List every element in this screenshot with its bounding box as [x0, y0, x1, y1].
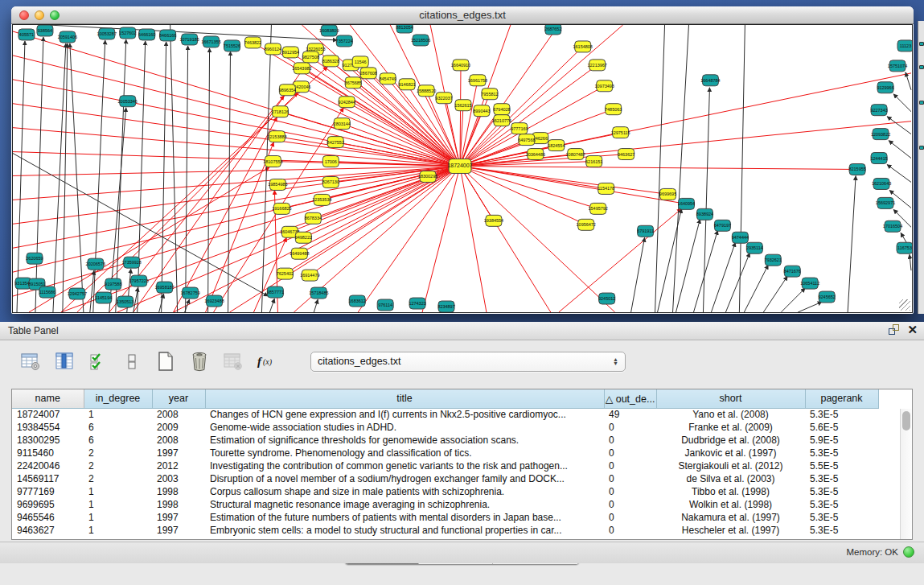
table-cell[interactable]: 1998 — [152, 485, 205, 498]
table-cell[interactable]: 1 — [84, 408, 152, 421]
table-cell[interactable]: 5.3E-5 — [805, 472, 878, 485]
graph-node[interactable]: 16543982 — [292, 63, 311, 74]
table-cell[interactable]: Nakamura et al. (1997) — [656, 511, 805, 524]
graph-node[interactable]: 11546 — [352, 56, 368, 68]
graph-node[interactable]: 11123 — [897, 40, 912, 51]
table-cell[interactable]: 49 — [604, 408, 656, 421]
table-cell[interactable]: 1 — [84, 498, 152, 511]
graph-node[interactable]: 1115686 — [39, 286, 55, 298]
graph-node[interactable]: 8990443 — [473, 105, 490, 117]
graph-node[interactable]: 16923488 — [204, 295, 224, 307]
graph-node[interactable]: 17359928 — [122, 257, 142, 268]
window-resize-grip[interactable] — [899, 299, 910, 311]
graph-node[interactable]: 7932621 — [765, 254, 782, 266]
table-cell[interactable]: 1 — [84, 511, 152, 524]
graph-node[interactable]: 16499488 — [290, 248, 309, 259]
graph-node[interactable]: 8186328 — [322, 56, 339, 67]
graph-node[interactable]: 6216151 — [585, 156, 602, 167]
select-all-button[interactable] — [87, 350, 109, 373]
graph-node[interactable]: 18300295 — [418, 171, 437, 182]
graph-node[interactable]: 8454749 — [380, 73, 396, 84]
graph-node[interactable]: 17016504 — [883, 220, 902, 232]
new-table-button[interactable] — [154, 350, 177, 373]
table-cell[interactable]: 9465546 — [12, 511, 84, 524]
graph-node[interactable]: 1640954 — [678, 198, 695, 209]
graph-node[interactable]: 8215955 — [848, 164, 865, 175]
table-cell[interactable]: Wolkin et al. (1998) — [656, 498, 805, 511]
table-cell[interactable]: Changes of HCN gene expression and I(f) … — [205, 408, 604, 421]
graph-node[interactable]: 20591406 — [58, 31, 77, 43]
table-cell[interactable]: 0 — [604, 434, 656, 447]
graph-node[interactable]: 10654112 — [800, 278, 819, 289]
graph-node[interactable]: 6497568 — [518, 134, 535, 146]
table-cell[interactable]: Estimation of the future numbers of pati… — [205, 511, 604, 524]
graph-node[interactable]: 6794028 — [493, 104, 510, 115]
network-canvas[interactable]: 7463822896012489129541322605398275088186… — [12, 24, 913, 313]
graph-node[interactable]: 938564 — [37, 25, 53, 36]
graph-node[interactable]: 9777169 — [511, 123, 528, 134]
table-row[interactable]: 911546021997Tourette syndrome. Phenomeno… — [12, 447, 900, 459]
graph-node[interactable]: 9827508 — [302, 51, 319, 63]
graph-node[interactable]: 9146821 — [398, 79, 415, 90]
graph-node[interactable]: 405571 — [18, 29, 35, 40]
table-cell[interactable]: Estimation of significance thresholds fo… — [205, 434, 604, 447]
table-cell[interactable]: 5.3E-5 — [805, 447, 878, 459]
graph-node[interactable]: 9896354 — [279, 84, 296, 96]
graph-node[interactable]: 16782759 — [180, 287, 199, 299]
table-selector-dropdown[interactable]: citations_edges.txt ▲▼ — [310, 352, 626, 372]
table-cell[interactable]: 1997 — [152, 511, 205, 524]
table-cell[interactable]: Tibbo et al. (1998) — [656, 485, 805, 498]
graph-node[interactable]: 16083809 — [319, 25, 339, 36]
graph-node[interactable]: 12153883 — [267, 131, 286, 142]
graph-node[interactable]: 8267130 — [322, 176, 339, 187]
table-cell[interactable]: 5.6E-5 — [805, 421, 878, 434]
table-cell[interactable]: Investigating the contribution of common… — [205, 459, 604, 472]
delete-rows-button[interactable] — [188, 350, 211, 373]
column-header-in_degree[interactable]: in_degree — [84, 389, 152, 408]
table-cell[interactable]: de Silva et al. (2003) — [656, 472, 805, 485]
table-cell[interactable]: 2003 — [152, 472, 205, 485]
table-cell[interactable]: 0 — [604, 498, 656, 511]
table-cell[interactable]: 2012 — [152, 459, 205, 472]
table-cell[interactable]: 0 — [604, 511, 656, 524]
graph-node[interactable]: 15888520 — [417, 85, 436, 97]
graph-node[interactable]: 15495792 — [589, 203, 608, 214]
table-cell[interactable]: Disruption of a novel member of a sodium… — [205, 472, 604, 485]
graph-node[interactable]: 16640910 — [451, 60, 470, 71]
table-cell[interactable]: Hescheler et al. (1997) — [656, 524, 805, 537]
graph-node[interactable]: 9245012 — [598, 293, 615, 304]
graph-node[interactable]: 16154808 — [573, 41, 593, 52]
graph-node[interactable]: 10973493 — [595, 80, 614, 92]
column-header-name[interactable]: name — [12, 389, 84, 408]
table-cell[interactable]: 2 — [84, 459, 152, 472]
column-header-year[interactable]: year — [152, 389, 205, 408]
memory-ok-icon[interactable] — [903, 546, 914, 558]
table-row[interactable]: 2242004622012Investigating the contribut… — [12, 459, 900, 472]
citation-network-graph[interactable]: 7463822896012489129541322605398275088186… — [13, 25, 912, 312]
graph-node[interactable]: 16914479 — [300, 270, 319, 281]
table-cell[interactable]: 9115460 — [12, 447, 84, 459]
graph-node[interactable]: 2803144 — [334, 118, 351, 130]
table-row[interactable]: 1456911722003Disruption of a novel membe… — [12, 472, 900, 485]
graph-node[interactable]: 9129966 — [877, 82, 893, 93]
graph-node[interactable]: 18107553 — [263, 156, 282, 167]
table-cell[interactable]: 18300295 — [12, 434, 84, 447]
graph-node[interactable]: 1145194 — [95, 292, 112, 303]
graph-node[interactable]: 7515526 — [224, 40, 240, 51]
graph-node[interactable]: 12975115 — [611, 127, 630, 138]
table-row[interactable]: 1830029562008Estimation of significance … — [12, 434, 900, 447]
graph-node[interactable]: 976114 — [377, 299, 393, 311]
graph-node[interactable]: 8813054 — [396, 25, 413, 33]
graph-node[interactable]: 3675685 — [345, 77, 362, 89]
table-row[interactable]: 1938455462009Genome-wide association stu… — [12, 421, 900, 434]
graph-node[interactable]: 15692971 — [876, 197, 895, 208]
graph-node[interactable]: 9699695 — [659, 188, 676, 200]
graph-node[interactable]: 17006 — [322, 156, 339, 167]
table-cell[interactable]: 0 — [604, 459, 656, 472]
graph-node[interactable]: 20206576 — [86, 258, 105, 270]
graph-node[interactable]: 8678334 — [305, 212, 322, 224]
table-row[interactable]: 946362711997Embryonic stem cells: a mode… — [12, 524, 900, 537]
window-titlebar[interactable]: citations_edges.txt — [11, 6, 914, 24]
graph-node[interactable]: 9857771 — [267, 286, 284, 298]
function-builder-button[interactable]: f (x) — [256, 350, 278, 373]
